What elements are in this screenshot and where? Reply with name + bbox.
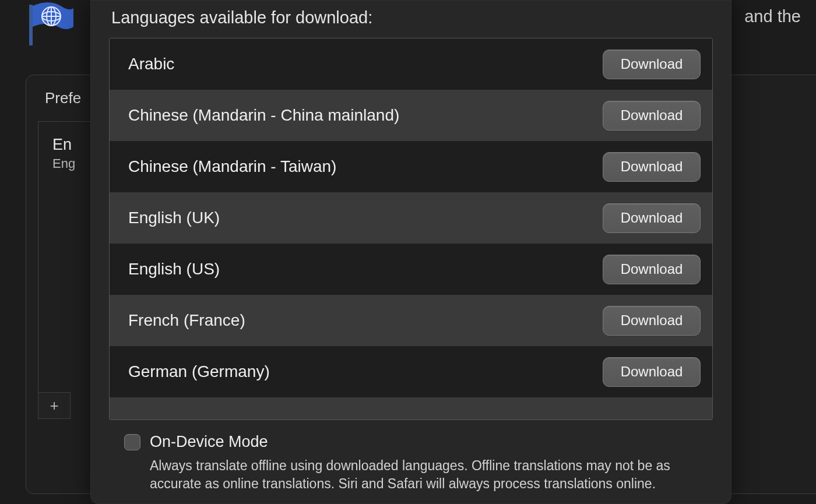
language-name: Chinese (Mandarin - Taiwan) [128,157,336,176]
sheet-heading: Languages available for download: [90,0,731,38]
language-name: Chinese (Mandarin - China mainland) [128,106,399,125]
language-name: English (US) [128,260,220,279]
preferred-languages-label: Prefe [26,89,95,117]
plus-icon: + [50,397,58,415]
on-device-mode-description: Always translate offline using downloade… [150,457,709,493]
download-button[interactable]: Download [603,101,701,131]
background-trailing-text: and the [744,7,801,26]
language-name: French (France) [128,311,245,330]
language-row[interactable]: Chinese (Mandarin - China mainland) Down… [110,90,712,141]
language-name: German (Germany) [128,362,270,381]
add-language-button[interactable]: + [38,392,71,419]
download-button[interactable]: Download [603,255,701,284]
language-row[interactable]: Arabic Download [110,38,712,90]
language-row[interactable]: French (France) Download [110,295,712,346]
download-button[interactable]: Download [603,152,701,182]
language-row[interactable]: English (US) Download [110,244,712,295]
preferred-languages-list: En Eng + [38,121,95,418]
download-button[interactable]: Download [603,203,701,233]
preferred-language-native: Eng [52,156,95,171]
language-row-partial[interactable] [110,397,712,420]
on-device-mode-title: On-Device Mode [150,433,268,451]
download-button[interactable]: Download [603,306,701,336]
background-right-panel [723,75,816,494]
language-row[interactable]: German (Germany) Download [110,346,712,397]
language-row[interactable]: Chinese (Mandarin - Taiwan) Download [110,141,712,192]
download-button[interactable]: Download [603,357,701,387]
svg-rect-0 [29,5,33,45]
language-name: Arabic [128,55,174,73]
preferred-language-name: En [52,136,95,154]
globe-flag-icon [26,1,78,55]
translation-languages-sheet: Languages available for download: Arabic… [90,0,731,504]
language-download-list[interactable]: Arabic Download Chinese (Mandarin - Chin… [109,38,713,420]
preferred-languages-panel: Prefe En Eng + [26,75,96,494]
language-name: English (UK) [128,209,220,227]
on-device-mode-checkbox[interactable] [124,434,140,450]
language-row[interactable]: English (UK) Download [110,192,712,244]
download-button[interactable]: Download [603,50,701,79]
on-device-mode-section: On-Device Mode Always translate offline … [124,433,711,493]
